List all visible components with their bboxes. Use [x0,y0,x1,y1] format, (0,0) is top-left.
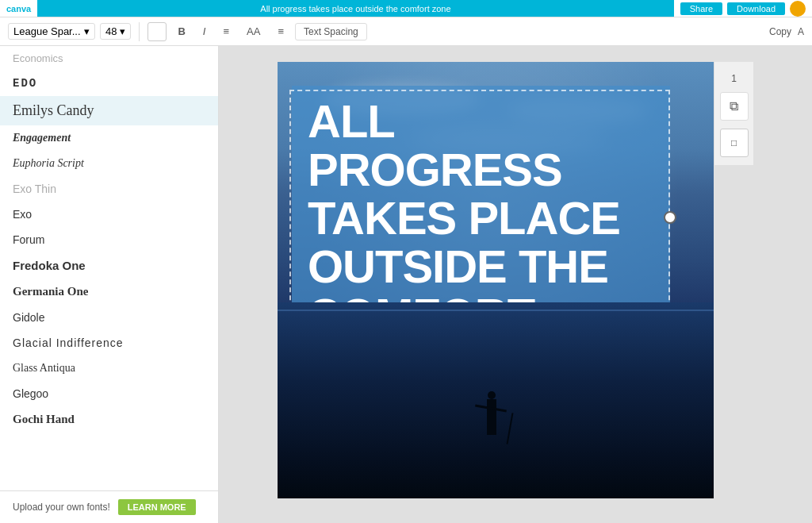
font-upload-section: Upload your own fonts! LEARN MORE [0,490,218,523]
font-size-label: 48 [105,25,117,37]
font-item-engagement[interactable]: Engagement [0,125,218,151]
font-item-exo-thin[interactable]: Exo Thin [0,176,218,202]
top-bar: canva All progress takes place outside t… [0,0,812,17]
font-item-emilys-candy[interactable]: Emilys Candy [0,96,218,125]
font-item-glegoo[interactable]: Glegoo [0,381,218,406]
toolbar: League Spar... ▾ 48 ▾ B I ≡ AA ≡ Text Sp… [0,17,812,46]
font-item-glass-antiqua[interactable]: Glass Antiqua [0,356,218,381]
tagline: All progress takes place outside the com… [37,0,674,17]
upload-fonts-label: Upload your own fonts! [13,502,110,513]
learn-more-button[interactable]: LEARN MORE [118,499,196,515]
chevron-down-icon-size: ▾ [120,25,125,37]
logo: canva [6,4,31,13]
avatar[interactable] [790,1,806,17]
toolbar-more[interactable]: A [798,26,804,37]
font-selector[interactable]: League Spar... ▾ [8,23,95,40]
top-actions: Share Download [680,1,806,17]
font-name-label: League Spar... [13,25,81,37]
download-button[interactable]: Download [727,2,785,15]
page-number: 1 [731,73,737,84]
font-item-edo[interactable]: EDO [0,71,218,96]
font-item-germania-one[interactable]: Germania One [0,279,218,305]
font-item-euphoria-script[interactable]: Euphoria Script [0,151,218,176]
font-item-glacial-indifference[interactable]: Glacial Indifference [0,330,218,356]
copy-button[interactable]: Copy [769,26,791,37]
canvas-container: ALL PROGRESS TAKES PLACE OUTSIDE THE COM… [278,62,714,498]
canvas-image[interactable]: ALL PROGRESS TAKES PLACE OUTSIDE THE COM… [278,62,714,498]
add-page-button[interactable]: □ [720,129,749,157]
font-item-gochi-hand[interactable]: Gochi Hand [0,406,218,433]
color-box[interactable] [147,22,167,41]
copy-page-button[interactable]: ⧉ [720,92,749,121]
chevron-down-icon: ▾ [84,25,90,37]
font-item-exo[interactable]: Exo [0,202,218,227]
text-spacing-button[interactable]: Text Spacing [295,23,367,40]
right-sidebar: 1 ⧉ □ [714,62,753,165]
font-item-forum[interactable]: Forum [0,227,218,252]
main-content: Economics EDO Emilys Candy Engagement Eu… [0,46,812,523]
list-button[interactable]: ≡ [271,22,290,40]
bold-button[interactable]: B [171,22,191,40]
font-item-gidole[interactable]: Gidole [0,305,218,330]
font-list-panel: Economics EDO Emilys Candy Engagement Eu… [0,46,219,523]
toolbar-right: Copy A [769,26,804,37]
share-button[interactable]: Share [680,2,722,15]
font-size-selector[interactable]: 48 ▾ [100,23,131,40]
figure-silhouette [487,399,496,435]
italic-button[interactable]: I [197,22,213,40]
caps-button[interactable]: AA [240,22,266,40]
align-button[interactable]: ≡ [216,22,236,40]
font-item-economics[interactable]: Economics [0,46,218,71]
font-item-fredoka-one[interactable]: Fredoka One [0,252,218,279]
divider-1 [139,22,140,41]
canvas-area: ALL PROGRESS TAKES PLACE OUTSIDE THE COM… [219,46,812,523]
